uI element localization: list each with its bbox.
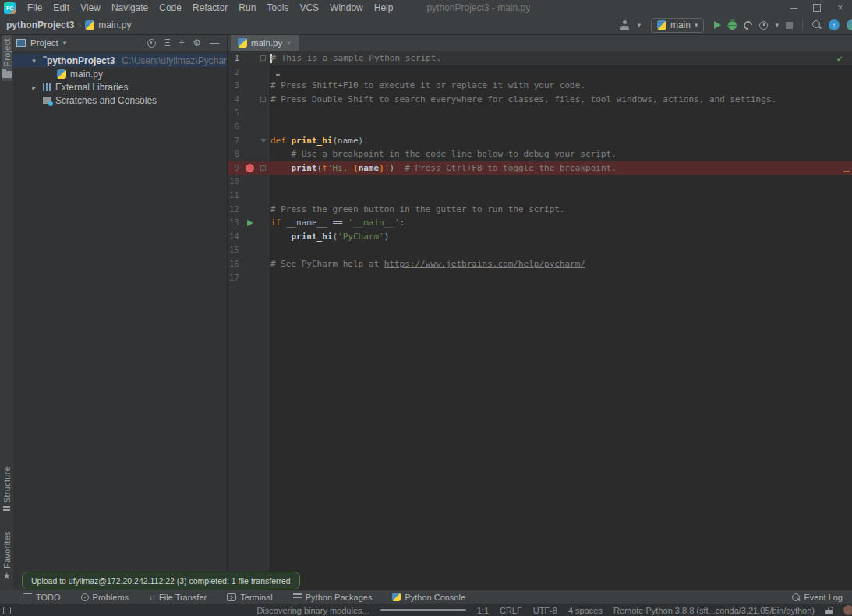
- tree-item-pythonproject3[interactable]: ▾pythonProject3C:\Users\ufyilmaz\Pycharm…: [13, 54, 227, 67]
- status-edge-icon[interactable]: [843, 605, 852, 615]
- tool-button-favorites[interactable]: Favorites ★: [2, 528, 12, 582]
- lock-icon[interactable]: [825, 610, 833, 614]
- hide-panel-icon[interactable]: —: [210, 38, 219, 48]
- locate-file-icon[interactable]: [147, 39, 156, 48]
- fold-marker-icon[interactable]: [260, 55, 266, 61]
- code-line-7[interactable]: 7def print_hi(name):: [228, 134, 852, 148]
- debug-button[interactable]: [728, 21, 737, 30]
- tool-button-problems[interactable]: Problems: [81, 593, 129, 602]
- code-line-10[interactable]: 10: [228, 175, 852, 189]
- code-line-17[interactable]: 17: [228, 271, 852, 285]
- project-panel-dropdown-icon[interactable]: ▾: [63, 39, 67, 47]
- tool-button-python-console[interactable]: Python Console: [392, 593, 465, 602]
- coverage-button[interactable]: [742, 19, 754, 30]
- line-number[interactable]: 2: [228, 65, 239, 80]
- menu-refactor[interactable]: Refactor: [187, 0, 233, 16]
- code-line-1[interactable]: 1# This is a sample Python script.✔: [228, 51, 852, 65]
- fold-marker-icon[interactable]: [260, 97, 266, 102]
- menu-navigate[interactable]: Navigate: [106, 0, 154, 16]
- collapse-all-icon[interactable]: ÷: [179, 38, 185, 48]
- code-line-8[interactable]: 8 # Use a breakpoint in the code line be…: [228, 147, 852, 161]
- breadcrumb-project[interactable]: pythonProject3: [6, 19, 74, 30]
- tree-item-main-py[interactable]: main.py: [13, 67, 227, 80]
- code-line-16[interactable]: 16# See PyCharm help at https://www.jetb…: [228, 257, 852, 271]
- breadcrumb-file[interactable]: main.py: [98, 19, 131, 30]
- profiler-dropdown-icon[interactable]: ▾: [775, 21, 779, 29]
- status-interpreter[interactable]: Remote Python 3.8.8 (sft...conda/3.21.05…: [613, 606, 815, 615]
- profiler-button[interactable]: [759, 21, 768, 30]
- code-line-6[interactable]: 6: [228, 120, 852, 134]
- gear-icon[interactable]: ⚙: [193, 38, 201, 48]
- code-line-2[interactable]: 2: [228, 65, 852, 80]
- fold-marker-icon[interactable]: [260, 139, 267, 143]
- line-number[interactable]: 8: [228, 147, 239, 161]
- code-line-14[interactable]: 14 print_hi('PyCharm'): [228, 230, 852, 244]
- status-line-separator[interactable]: CRLF: [500, 606, 522, 615]
- tool-button-structure[interactable]: Structure: [2, 463, 12, 515]
- tool-button-file-transfer[interactable]: ↓↑File Transfer: [149, 593, 207, 602]
- search-icon[interactable]: [812, 20, 822, 30]
- status-caret-position[interactable]: 1:1: [477, 606, 489, 615]
- project-panel-title[interactable]: Project: [30, 38, 58, 48]
- run-button[interactable]: [714, 21, 721, 29]
- maximize-icon[interactable]: [805, 0, 829, 16]
- update-icon[interactable]: ↑: [829, 19, 840, 30]
- code-line-4[interactable]: 4# Press Double Shift to search everywhe…: [228, 93, 852, 107]
- status-indent[interactable]: 4 spaces: [568, 606, 603, 615]
- line-number[interactable]: 15: [228, 243, 239, 257]
- line-number[interactable]: 4: [228, 93, 239, 107]
- menu-code[interactable]: Code: [154, 0, 187, 16]
- minimize-icon[interactable]: [782, 0, 805, 16]
- menu-tools[interactable]: Tools: [261, 0, 294, 16]
- fold-marker-icon[interactable]: [260, 165, 266, 171]
- line-number[interactable]: 12: [228, 203, 239, 217]
- status-progress-label[interactable]: Discovering binary modules...: [256, 606, 369, 615]
- menu-view[interactable]: View: [75, 0, 106, 16]
- user-dropdown-icon[interactable]: ▾: [637, 21, 641, 29]
- toolbar-edge-icon[interactable]: [847, 19, 852, 30]
- menu-run[interactable]: Run: [233, 0, 261, 16]
- status-encoding[interactable]: UTF-8: [533, 606, 557, 615]
- line-number[interactable]: 17: [228, 271, 239, 285]
- tool-button-python-packages[interactable]: Python Packages: [293, 593, 373, 602]
- run-line-icon[interactable]: [247, 220, 253, 226]
- run-configuration-select[interactable]: main ▾: [651, 18, 705, 33]
- line-number[interactable]: 14: [228, 230, 239, 244]
- line-number[interactable]: 10: [228, 175, 239, 189]
- line-number[interactable]: 3: [228, 79, 239, 93]
- line-number[interactable]: 11: [228, 189, 239, 203]
- code-line-13[interactable]: 13if __name__ == '__main__':: [228, 216, 852, 230]
- tool-button-todo[interactable]: TODO: [23, 593, 61, 602]
- close-icon[interactable]: ×: [829, 0, 852, 16]
- expand-all-icon[interactable]: Ξ: [164, 38, 171, 48]
- code-line-3[interactable]: 3# Press Shift+F10 to execute it or repl…: [228, 79, 852, 93]
- tree-item-external-libraries[interactable]: ▸External Libraries: [13, 80, 227, 94]
- code-line-12[interactable]: 12# Press the green button in the gutter…: [228, 203, 852, 217]
- code-area[interactable]: 1# This is a sample Python script.✔23# P…: [228, 51, 852, 285]
- code-line-15[interactable]: 15: [228, 243, 852, 257]
- code-line-11[interactable]: 11: [228, 189, 852, 203]
- line-number[interactable]: 9: [228, 161, 239, 175]
- line-number[interactable]: 5: [228, 106, 239, 120]
- line-number[interactable]: 13: [228, 216, 239, 230]
- menu-edit[interactable]: Edit: [48, 0, 75, 16]
- line-number[interactable]: 6: [228, 120, 239, 134]
- code-segment-link[interactable]: https://www.jetbrains.com/help/pycharm/: [384, 259, 585, 269]
- menu-file[interactable]: File: [22, 0, 48, 16]
- tool-button-project[interactable]: Project: [2, 35, 12, 81]
- menu-vcs[interactable]: VCS: [294, 0, 324, 16]
- line-number[interactable]: 16: [228, 257, 239, 271]
- tree-chevron-icon[interactable]: ▾: [29, 57, 39, 65]
- notification-balloon[interactable]: Upload to ufyilmaz@172.20.242.112:22 (3)…: [22, 572, 300, 589]
- tree-chevron-icon[interactable]: ▸: [29, 83, 39, 91]
- tree-item-scratches-and-consoles[interactable]: Scratches and Consoles: [13, 94, 227, 107]
- tab-main-py[interactable]: main.py ×: [231, 35, 299, 51]
- tool-button-terminal[interactable]: Terminal: [227, 593, 273, 602]
- code-line-9[interactable]: 9 print(f'Hi, {name}') # Press Ctrl+F8 t…: [228, 161, 852, 175]
- user-icon[interactable]: [620, 20, 630, 30]
- line-number[interactable]: 1: [228, 51, 239, 65]
- menu-help[interactable]: Help: [369, 0, 399, 16]
- tool-window-switcher-icon[interactable]: [3, 607, 11, 614]
- menu-window[interactable]: Window: [324, 0, 369, 16]
- breakpoint-icon[interactable]: [246, 164, 254, 172]
